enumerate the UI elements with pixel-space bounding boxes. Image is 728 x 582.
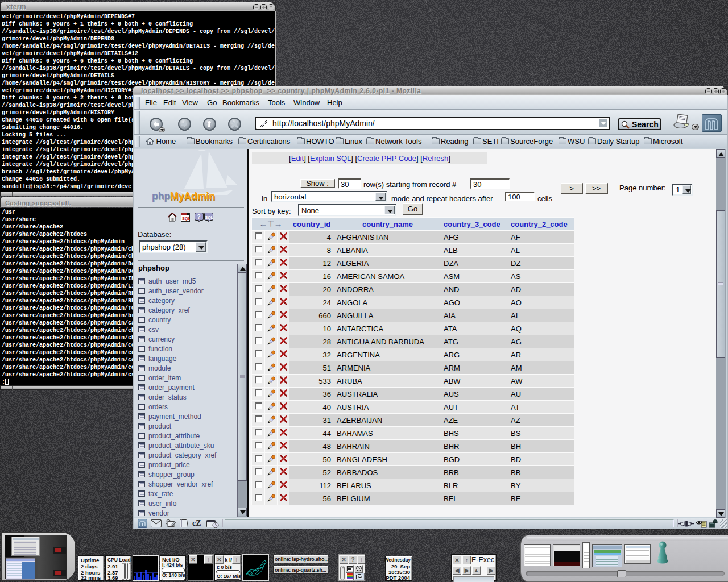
svg-text:SQL: SQL <box>205 215 214 220</box>
svg-text:SQL: SQL <box>182 216 190 221</box>
svg-text:?: ? <box>197 214 201 220</box>
